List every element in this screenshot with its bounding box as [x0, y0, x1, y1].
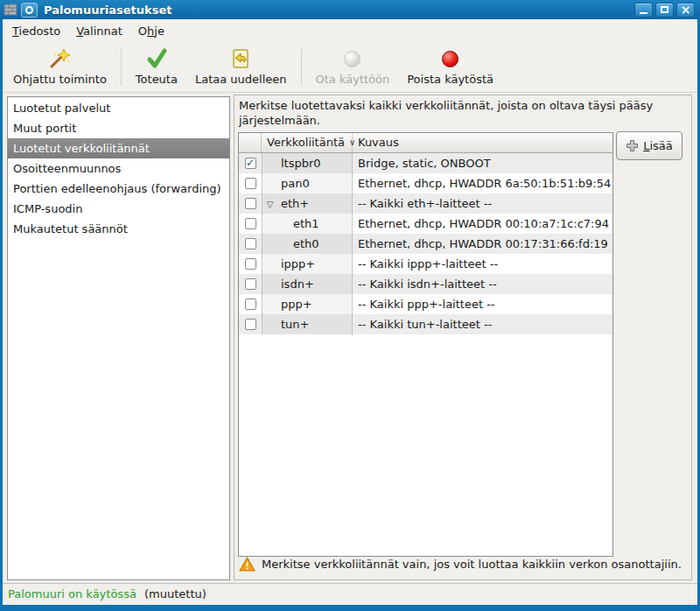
firewall-state-text: Palomuuri on käytössä — [8, 587, 136, 600]
reload-button[interactable]: Lataa uudelleen — [186, 46, 296, 89]
interface-description: Ethernet, dhcp, HWADDR 00:17:31:66:fd:19 — [353, 234, 612, 254]
enable-button: Ota käyttöön — [307, 46, 399, 89]
interface-description: -- Kaikki isdn+-laitteet -- — [353, 274, 612, 294]
wizard-button[interactable]: Ohjattu toiminto — [4, 46, 116, 89]
row-checkbox[interactable] — [239, 274, 262, 294]
titlebar-icons — [4, 3, 38, 18]
interface-description: -- Kaikki eth+-laitteet -- — [353, 193, 612, 214]
interface-description: Ethernet, dhcp, HWADDR 00:10:a7:1c:c7:94 — [353, 214, 612, 234]
add-button[interactable]: Lisää — [616, 131, 682, 160]
menu-options[interactable]: Valinnat — [68, 21, 130, 41]
menubar: Tiedosto Valinnat Ohje — [3, 19, 697, 42]
interface-description: -- Kaikki tun+-laitteet -- — [353, 314, 612, 334]
interface-name: eth1 — [293, 217, 319, 230]
minimize-button[interactable] — [634, 3, 653, 18]
trusted-interfaces-panel: Merkitse luotettavaksi kaikki verkkoliit… — [234, 95, 692, 580]
sidebar-item-other-ports[interactable]: Muut portit — [8, 118, 229, 138]
wand-icon — [48, 47, 71, 71]
sidebar: Luotetut palvelut Muut portit Luotetut v… — [7, 96, 230, 580]
table-row[interactable]: tun+ -- Kaikki tun+-laitteet -- — [239, 314, 612, 334]
interface-name: eth0 — [293, 237, 319, 250]
row-checkbox[interactable] — [239, 314, 262, 334]
modified-text: (muutettu) — [144, 587, 206, 600]
table-row[interactable]: ▽eth+ -- Kaikki eth+-laitteet -- — [239, 193, 612, 214]
window-border-bottom — [0, 605, 700, 611]
window-menu-icon[interactable] — [21, 3, 38, 18]
header-checkbox-column[interactable] — [239, 133, 262, 152]
close-button[interactable]: × — [676, 3, 695, 18]
row-checkbox[interactable] — [239, 193, 262, 214]
window-border-left — [0, 19, 3, 611]
header-interface-column[interactable]: Verkkoliitäntä ∨ — [262, 133, 353, 152]
table-row[interactable]: pan0 Ethernet, dhcp, HWADDR 6a:50:1b:51:… — [239, 173, 612, 193]
table-row[interactable]: ppp+ -- Kaikki ppp+-laitteet -- — [239, 294, 612, 314]
check-icon — [145, 47, 168, 71]
plus-icon — [626, 139, 639, 152]
row-checkbox[interactable] — [239, 234, 262, 254]
interface-name: pan0 — [281, 177, 310, 190]
interface-name: tun+ — [281, 318, 309, 331]
sidebar-item-trusted-interfaces[interactable]: Luotetut verkkoliitännät — [8, 138, 229, 158]
red-sphere-icon — [442, 47, 458, 71]
interface-name: ltspbr0 — [281, 157, 321, 170]
toolbar-separator — [121, 49, 122, 86]
maximize-icon — [661, 6, 668, 13]
row-checkbox[interactable] — [239, 294, 262, 314]
sidebar-item-trusted-services[interactable]: Luotetut palvelut — [8, 98, 229, 118]
firewall-app-icon — [4, 4, 18, 16]
minimize-icon — [640, 12, 648, 14]
sidebar-item-icmp-filter[interactable]: ICMP-suodin — [8, 199, 229, 219]
titlebar[interactable]: Palomuuriasetukset × — [0, 0, 700, 19]
toolbar-separator — [301, 49, 302, 86]
firewall-settings-window: Palomuuriasetukset × Tiedosto Valinnat O… — [0, 0, 700, 611]
interface-description: Bridge, static, ONBOOT — [353, 153, 612, 173]
add-button-label: Lisää — [643, 139, 673, 152]
revert-icon — [229, 47, 252, 71]
sidebar-item-port-forwarding[interactable]: Porttien edelleenohjaus (forwarding) — [8, 179, 229, 199]
disable-button[interactable]: Poista käytöstä — [398, 46, 502, 89]
maximize-button[interactable] — [655, 3, 674, 18]
interface-description: -- Kaikki ippp+-laitteet -- — [353, 254, 612, 274]
apply-button[interactable]: Toteuta — [127, 46, 186, 89]
interface-name: eth+ — [281, 197, 309, 210]
panel-description: Merkitse luotettavaksi kaikki verkkoliit… — [239, 98, 683, 128]
row-checkbox[interactable] — [239, 214, 262, 234]
table-row[interactable]: isdn+ -- Kaikki isdn+-laitteet -- — [239, 274, 612, 294]
warning-row: Merkitse verkkoliitännät vain, jos voit … — [239, 557, 682, 572]
interface-description: -- Kaikki ppp+-laitteet -- — [353, 294, 612, 314]
sidebar-item-custom-rules[interactable]: Mukautetut säännöt — [8, 219, 229, 239]
sidebar-item-masquerading[interactable]: Osoitteenmuunnos — [8, 158, 229, 179]
checkbox-mark: ✓ — [246, 158, 255, 168]
toolbar: Ohjattu toiminto Toteuta Lataa uudelleen — [3, 42, 697, 93]
interfaces-table: Verkkoliitäntä ∨ Kuvaus ✓ ltspbr0 Bridge… — [238, 132, 613, 557]
row-checkbox[interactable] — [239, 173, 262, 193]
row-checkbox[interactable]: ✓ — [239, 153, 262, 173]
menu-help[interactable]: Ohje — [130, 21, 172, 41]
warning-text: Merkitse verkkoliitännät vain, jos voit … — [262, 558, 682, 571]
close-icon: × — [681, 4, 691, 17]
expander-open-icon[interactable]: ▽ — [264, 194, 276, 214]
table-row[interactable]: eth0 Ethernet, dhcp, HWADDR 00:17:31:66:… — [239, 234, 612, 254]
interface-name: ippp+ — [281, 257, 315, 270]
table-row[interactable]: ippp+ -- Kaikki ippp+-laitteet -- — [239, 254, 612, 274]
gray-sphere-icon — [344, 47, 360, 71]
header-description-column[interactable]: Kuvaus — [353, 133, 612, 152]
interface-description: Ethernet, dhcp, HWADDR 6a:50:1b:51:b9:54 — [353, 173, 612, 193]
table-row[interactable]: ✓ ltspbr0 Bridge, static, ONBOOT — [239, 153, 612, 173]
interface-name: ppp+ — [281, 298, 312, 311]
row-checkbox[interactable] — [239, 254, 262, 274]
statusbar: Palomuuri on käytössä (muutettu) — [3, 583, 697, 605]
warning-icon — [239, 557, 256, 572]
menu-file[interactable]: Tiedosto — [4, 21, 68, 41]
table-header: Verkkoliitäntä ∨ Kuvaus — [239, 133, 612, 153]
interface-name: isdn+ — [281, 277, 314, 291]
table-row[interactable]: eth1 Ethernet, dhcp, HWADDR 00:10:a7:1c:… — [239, 214, 612, 234]
window-title: Palomuuriasetukset — [44, 4, 634, 17]
